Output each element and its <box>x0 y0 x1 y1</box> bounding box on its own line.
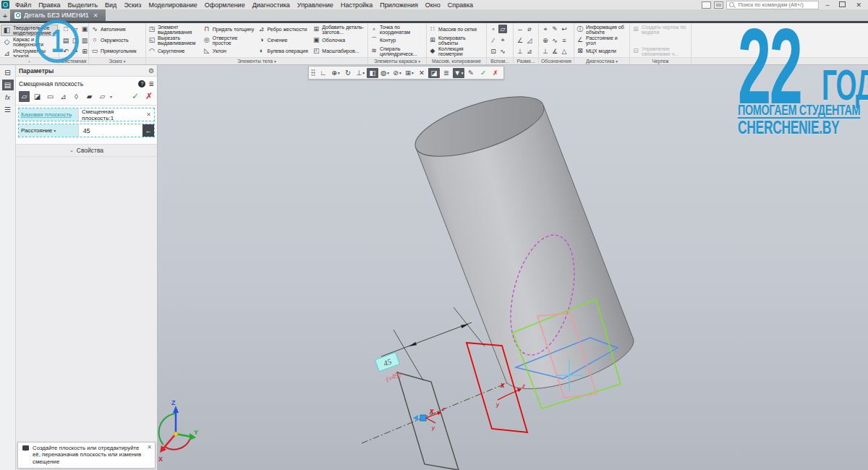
ribbon-button[interactable]: ◎Отверстие простое <box>203 35 256 45</box>
minimize-button[interactable]: – <box>822 1 833 9</box>
tool-icon[interactable]: ⊿ <box>525 47 534 56</box>
menu-item-оформление[interactable]: Оформление <box>201 1 249 9</box>
ribbon-button[interactable]: ⊿Ребро жесткости <box>258 25 311 34</box>
reverse-direction-button[interactable]: ← <box>142 124 154 137</box>
document-tab[interactable]: Деталь БЕЗ ИМЕНИ1 ✕ <box>10 9 106 21</box>
plane-type-icon[interactable]: ◪ <box>32 91 43 102</box>
plane-type-icon[interactable]: ⊿ <box>58 91 69 102</box>
scene-canvas[interactable]: 45 (v49) x x z y z y <box>158 65 868 470</box>
tab-close-icon[interactable]: ✕ <box>93 12 98 19</box>
plane-type-icon[interactable]: ▱ <box>19 91 30 102</box>
tool-icon[interactable]: ∠ <box>516 36 524 45</box>
tool-icon[interactable]: ⌖ <box>498 36 507 45</box>
tool-icon[interactable]: ⊥ <box>516 47 524 56</box>
ribbon-button[interactable]: ∘Точка по координатам <box>370 25 424 34</box>
variables-icon[interactable]: fx <box>2 92 14 103</box>
distance-input[interactable] <box>82 127 140 135</box>
screenshot-icon[interactable] <box>714 1 723 9</box>
tool-icon[interactable]: ▱ <box>498 25 507 33</box>
gear-icon[interactable]: ⚙ <box>148 67 154 74</box>
menu-item-приложения[interactable]: Приложения <box>376 1 422 9</box>
tool-icon[interactable]: ▱ <box>71 25 80 33</box>
ribbon-button[interactable]: ◱Вырезать выдавливанием <box>148 35 201 45</box>
tool-icon[interactable]: ∿ <box>498 47 507 56</box>
base-plane-label[interactable]: Базовая плоскость <box>19 108 78 121</box>
ribbon-button[interactable]: ⓘИнформация об объекте <box>576 25 627 34</box>
tool-icon[interactable]: ◿ <box>525 36 534 45</box>
maximize-button[interactable] <box>835 1 849 9</box>
menu-item-диагностика[interactable]: Диагностика <box>249 1 294 9</box>
tool-icon[interactable]: ↩ <box>560 25 569 33</box>
menu-item-справка[interactable]: Справка <box>444 1 477 9</box>
chevron-down-icon[interactable]: ▾ <box>110 94 112 99</box>
dimension-value-box[interactable]: 45 <box>375 352 399 371</box>
ribbon-button[interactable]: ○Окружность <box>91 35 143 45</box>
dimension-line[interactable] <box>381 322 472 356</box>
ribbon-button[interactable]: ⊞Добавить деталь-заготов... <box>312 25 365 34</box>
ribbon-button[interactable]: ⊟Управление связанными ч... <box>632 46 689 56</box>
base-plane-value[interactable]: Смещенная плоскость:1 ✕ <box>78 108 154 121</box>
ribbon-button[interactable]: ◠Скругление <box>148 46 201 56</box>
command-search[interactable] <box>726 1 819 9</box>
ribbon-button[interactable]: ▣Оболочка <box>312 35 365 45</box>
tool-icon[interactable]: △ <box>560 47 569 56</box>
tool-icon[interactable]: ∘ <box>489 25 498 33</box>
tool-icon[interactable]: ▣ <box>80 25 89 33</box>
ribbon-button[interactable]: ≋Спираль цилиндрическ... <box>370 46 424 56</box>
menu-icon[interactable]: ☰ <box>2 104 14 115</box>
menu-item-окно[interactable]: Окно <box>422 1 444 9</box>
tool-icon[interactable]: ≡ <box>560 36 569 45</box>
menu-item-эскиз[interactable]: Эскиз <box>120 1 145 9</box>
tool-icon[interactable]: ↷ <box>71 47 80 56</box>
tool-icon[interactable]: ⌀ <box>525 25 534 33</box>
ribbon-button[interactable]: ⊞Копировать объекты <box>429 35 484 45</box>
ribbon-button[interactable]: ◑Сечение <box>258 35 311 45</box>
menu-item-управление[interactable]: Управление <box>294 1 337 9</box>
menu-item-вид[interactable]: Вид <box>101 1 120 9</box>
tool-icon[interactable]: ◫ <box>71 36 80 45</box>
ribbon-button[interactable]: ▭Прямоугольник <box>91 46 143 56</box>
ribbon-button[interactable]: ⌒Контур <box>370 35 424 45</box>
tool-icon[interactable]: ⊡ <box>489 47 498 56</box>
tool-icon[interactable]: ⊥ <box>541 47 550 56</box>
orientation-triad[interactable]: Z X Y <box>158 399 198 463</box>
help-icon[interactable]: ? <box>138 80 145 87</box>
ribbon-button[interactable]: ∿Автолиния <box>91 25 143 34</box>
ribbon-button[interactable]: ◰Масштабиров... <box>312 46 365 56</box>
tool-icon[interactable]: ∿ <box>550 36 559 45</box>
tool-icon[interactable]: ▤ <box>61 36 70 45</box>
tool-icon[interactable]: ✎ <box>550 25 559 33</box>
ribbon-button[interactable]: ⊞Создать чертеж по модели <box>632 25 689 34</box>
menu-item-выделить[interactable]: Выделить <box>64 1 102 9</box>
source-plane[interactable] <box>397 372 459 470</box>
menu-item-правка[interactable]: Правка <box>35 1 64 9</box>
menu-item-моделирование[interactable]: Моделирование <box>145 1 200 9</box>
clear-selection-icon[interactable]: ✕ <box>146 111 151 118</box>
tool-icon[interactable]: ⊞ <box>80 47 89 56</box>
plane-type-icon[interactable]: ▱ <box>97 91 108 102</box>
ribbon-button[interactable]: ◐Булева операция <box>258 46 311 56</box>
ribbon-button[interactable]: ◺Уклон <box>203 46 256 56</box>
ribbon-button[interactable]: ◳Элемент выдавливания <box>148 25 201 34</box>
ribbon-button[interactable]: ◆Коллекция геометрии <box>429 46 484 56</box>
ribbon-button[interactable]: ∷Массив по сетке <box>429 25 484 34</box>
mode-wireframe-surfaces[interactable]: ◇ Каркас и поверхности <box>1 36 58 48</box>
ribbon-button[interactable]: ∠Расстояние и угол <box>576 35 627 45</box>
tool-icon[interactable]: ▥ <box>80 36 89 45</box>
properties-expander[interactable]: ⌄ Свойства <box>16 144 157 157</box>
tool-icon[interactable]: □ <box>61 25 70 33</box>
plane-type-icon[interactable]: ◊ <box>71 91 82 102</box>
close-button[interactable]: ✕ <box>852 1 865 9</box>
options-list-icon[interactable]: ≣ <box>148 80 154 87</box>
cancel-icon[interactable]: ✗ <box>145 91 153 101</box>
modes-collapse-icon[interactable]: ⌄ <box>0 57 59 64</box>
tool-icon[interactable]: ⊕ <box>541 36 550 45</box>
tool-icon[interactable]: ⌖ <box>541 25 550 33</box>
mode-solid-modeling[interactable]: ◧ Твердотельное моделирование <box>1 25 58 36</box>
hint-close-icon[interactable]: ✕ <box>147 444 152 451</box>
menu-item-файл[interactable]: Файл <box>12 1 35 9</box>
accept-icon[interactable]: ✓ <box>132 91 139 101</box>
plane-type-icon[interactable]: ▰ <box>84 91 95 102</box>
layout-icon[interactable] <box>702 1 711 9</box>
parameters-icon[interactable]: ▤ <box>2 80 14 90</box>
